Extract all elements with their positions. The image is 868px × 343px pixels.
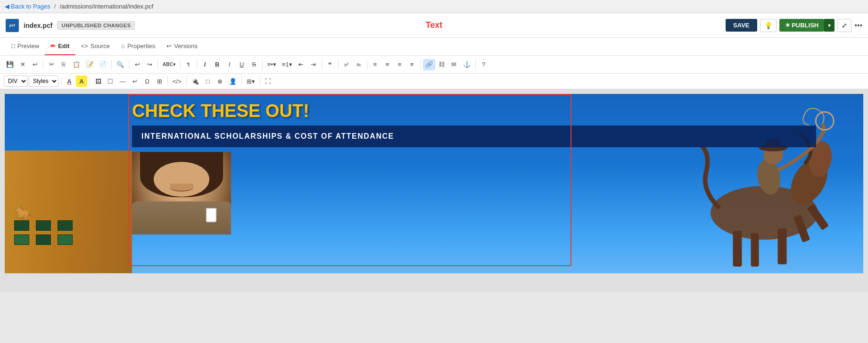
toolbar-paste-word-btn[interactable]: 📝: [83, 59, 96, 70]
building-left: 🐎: [5, 94, 132, 273]
window-cell: [58, 234, 73, 245]
save-button[interactable]: SAVE: [726, 19, 757, 32]
toolbar-find-btn[interactable]: 🔍: [114, 59, 126, 70]
toolbar-copy-btn[interactable]: ⎘: [58, 59, 69, 70]
small-pony-icon: 🐎: [14, 205, 32, 221]
toolbar2-resize-btn[interactable]: ⊞: [154, 75, 165, 87]
header-bar: pcf index.pcf UNPUBLISHED CHANGES Text S…: [0, 13, 868, 38]
toolbar2-plugin-btn[interactable]: 🔌: [189, 75, 201, 87]
lightbulb-button[interactable]: 💡: [760, 19, 777, 32]
toolbar-italic-btn[interactable]: I: [224, 59, 235, 70]
expand-button[interactable]: ⤢: [837, 19, 851, 32]
header-right: SAVE 💡 ✶ PUBLISH ▾ ⤢ •••: [726, 19, 862, 32]
tab-properties[interactable]: ⌂ Properties: [116, 38, 161, 55]
toolbar2-image-btn[interactable]: 🖼: [92, 75, 104, 87]
toolbar-paste-btn[interactable]: 📋: [70, 59, 83, 70]
toolbar-sep3: [129, 60, 129, 69]
toolbar2-fullscreen-btn[interactable]: ⛶: [263, 75, 274, 87]
tab-edit-label: Edit: [58, 42, 70, 50]
toolbar-spellcheck-btn[interactable]: ABC▾: [160, 59, 178, 70]
toolbar2-media-btn[interactable]: ⊗: [215, 75, 226, 87]
toolbar-align-left-btn[interactable]: ≡: [370, 59, 381, 70]
window-cell: [14, 234, 29, 245]
tb2-sep4: [186, 76, 187, 86]
toolbar-anchor-btn[interactable]: ⚓: [461, 59, 473, 70]
toolbar-paste-text-btn[interactable]: 📄: [97, 59, 109, 70]
toolbar-outdent-btn[interactable]: ⇤: [296, 59, 307, 70]
tab-source[interactable]: <> Source: [75, 38, 116, 55]
toolbar2-return-btn[interactable]: ↵: [129, 75, 141, 87]
toolbar-bold-caps-btn[interactable]: I: [199, 59, 211, 70]
file-name: index.pcf: [24, 22, 52, 29]
toolbar-justify-btn[interactable]: ≡: [406, 59, 418, 70]
window-cell: [14, 220, 29, 231]
toolbar-link-btn[interactable]: 🔗: [423, 59, 435, 70]
file-icon: pcf: [6, 19, 19, 32]
toolbar2-code-btn[interactable]: </>: [170, 75, 184, 87]
toolbar-row1: 💾 ✕ ↩ ✂ ⎘ 📋 📝 📄 🔍 ↩ ↪ ABC▾ ¶ I B I U S ≡…: [0, 56, 868, 74]
breadcrumb-path: /admissions/international/index.pcf: [59, 3, 153, 10]
toolbar-align-center-btn[interactable]: ≡: [382, 59, 393, 70]
tab-preview[interactable]: □ Preview: [6, 38, 45, 55]
toolbar-indent-btn[interactable]: ⇥: [308, 59, 319, 70]
toolbar-sep7: [262, 60, 263, 69]
tab-edit[interactable]: ✏ Edit: [45, 38, 75, 55]
toolbar-email-btn[interactable]: ✉: [448, 59, 460, 70]
toolbar-save-btn[interactable]: 💾: [4, 59, 16, 70]
toolbar2-personalize-btn[interactable]: 👤: [227, 75, 239, 87]
toolbar-sep6: [197, 60, 197, 69]
page-content[interactable]: 🐎: [5, 94, 863, 273]
tab-versions-label: Versions: [174, 42, 198, 50]
student-photo: [132, 152, 231, 234]
toolbar-align-right-btn[interactable]: ≡: [394, 59, 405, 70]
hero-image: 🐎: [5, 94, 863, 273]
toolbar2-special-char-btn[interactable]: Ω: [141, 75, 153, 87]
toolbar-sep11: [420, 60, 421, 69]
toolbar-sep5: [180, 60, 181, 69]
element-type-select[interactable]: DIV: [4, 75, 28, 87]
tb2-sep1: [61, 76, 61, 86]
toolbar2-box-btn[interactable]: ☐: [105, 75, 116, 87]
check-heading[interactable]: CHECK THESE OUT!: [132, 99, 816, 124]
toolbar2-hr-btn[interactable]: —: [117, 75, 128, 87]
toolbar-redo-btn[interactable]: ↪: [144, 59, 155, 70]
toolbar2-font-color-btn[interactable]: A: [64, 75, 75, 87]
tab-versions[interactable]: ↩ Versions: [161, 38, 203, 55]
versions-icon: ↩: [166, 42, 172, 50]
styles-select[interactable]: Styles: [29, 75, 58, 87]
toolbar-strikethrough-btn[interactable]: S: [248, 59, 260, 70]
scholarships-text: INTERNATIONAL SCHOLARSHIPS & COST OF ATT…: [141, 132, 394, 140]
publish-button[interactable]: ✶ PUBLISH: [779, 19, 825, 32]
toolbar-unordered-list-btn[interactable]: ≡•▾: [265, 59, 279, 70]
toolbar-undo-btn[interactable]: ↩: [132, 59, 143, 70]
toolbar-bold-btn[interactable]: B: [212, 59, 223, 70]
toolbar-undo-history-btn[interactable]: ↩: [29, 59, 41, 70]
toolbar-format-btn[interactable]: ¶: [183, 59, 194, 70]
edit-icon: ✏: [50, 42, 56, 50]
back-to-pages-link[interactable]: ◀ Back to Pages: [5, 3, 50, 10]
tab-properties-label: Properties: [127, 42, 155, 50]
toolbar2-highlight-btn[interactable]: A: [76, 75, 87, 87]
tb2-sep3: [167, 76, 168, 86]
toolbar-cut-btn[interactable]: ✂: [46, 59, 57, 70]
toolbar-blockquote-btn[interactable]: ❝: [324, 59, 336, 70]
publish-dropdown-button[interactable]: ▾: [824, 19, 835, 32]
toolbar-superscript-btn[interactable]: x²: [341, 59, 352, 70]
toolbar-close-btn[interactable]: ✕: [17, 59, 28, 70]
toolbar-underline-btn[interactable]: U: [236, 59, 248, 70]
scholarships-bar: INTERNATIONAL SCHOLARSHIPS & COST OF ATT…: [132, 125, 816, 147]
toolbar2-table-btn[interactable]: ⊞▾: [244, 75, 257, 87]
selected-content[interactable]: CHECK THESE OUT! INTERNATIONAL SCHOLARSH…: [132, 99, 816, 234]
toolbar-unlink-btn[interactable]: ⛓: [436, 59, 447, 70]
toolbar-subscript-btn[interactable]: x₂: [353, 59, 364, 70]
back-arrow-icon: ◀: [5, 3, 9, 10]
more-options-button[interactable]: •••: [854, 21, 862, 30]
source-icon: <>: [81, 42, 88, 50]
toolbar2-snippet-btn[interactable]: □: [202, 75, 214, 87]
tab-bar: □ Preview ✏ Edit <> Source ⌂ Properties …: [0, 38, 868, 56]
toolbar-ordered-list-btn[interactable]: ≡1▾: [280, 59, 295, 70]
toolbar-row2: DIV Styles A A 🖼 ☐ — ↵ Ω ⊞ </> 🔌 □ ⊗ 👤 ⊞…: [0, 74, 868, 89]
toolbar-help-btn[interactable]: ?: [478, 59, 489, 70]
window-cell: [36, 234, 51, 245]
publish-group: ✶ PUBLISH ▾: [779, 19, 835, 32]
